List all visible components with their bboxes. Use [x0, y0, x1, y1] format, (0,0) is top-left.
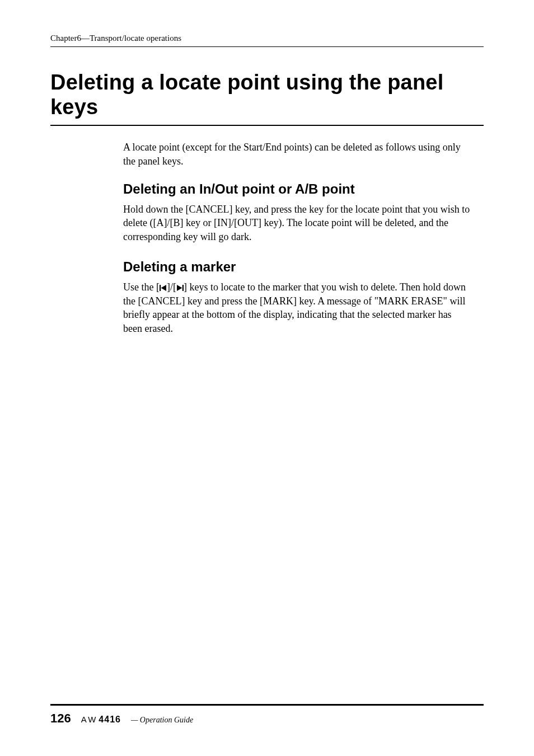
- next-marker-icon: [176, 281, 184, 294]
- title-rule: [50, 125, 484, 126]
- marker-body-mid: ]/[: [167, 281, 176, 293]
- svg-rect-0: [160, 285, 161, 291]
- content-body: A locate point (except for the Start/End…: [50, 140, 484, 335]
- footer-rule: [50, 704, 484, 706]
- page-number: 126: [50, 711, 71, 726]
- section-body-marker: Use the []/[] keys to locate to the mark…: [123, 280, 472, 335]
- model-label: AW4416: [81, 715, 121, 725]
- page-title: Deleting a locate point using the panel …: [50, 71, 484, 119]
- intro-paragraph: A locate point (except for the Start/End…: [123, 140, 472, 168]
- prev-marker-icon: [160, 281, 167, 294]
- section-heading-inout: Deleting an In/Out point or A/B point: [123, 181, 472, 197]
- section-body-inout: Hold down the [CANCEL] key, and press th…: [123, 203, 472, 243]
- svg-marker-2: [177, 285, 182, 291]
- model-number: 4416: [99, 715, 121, 725]
- section-heading-marker: Deleting a marker: [123, 259, 472, 275]
- guide-label: — Operation Guide: [131, 716, 193, 725]
- model-prefix: AW: [81, 715, 98, 724]
- running-header: Chapter6—Transport/locate operations: [50, 34, 484, 43]
- svg-marker-1: [161, 285, 166, 291]
- marker-body-pre: Use the [: [123, 281, 160, 293]
- header-rule: [50, 46, 484, 47]
- page-footer: 126 AW4416 — Operation Guide: [50, 704, 484, 726]
